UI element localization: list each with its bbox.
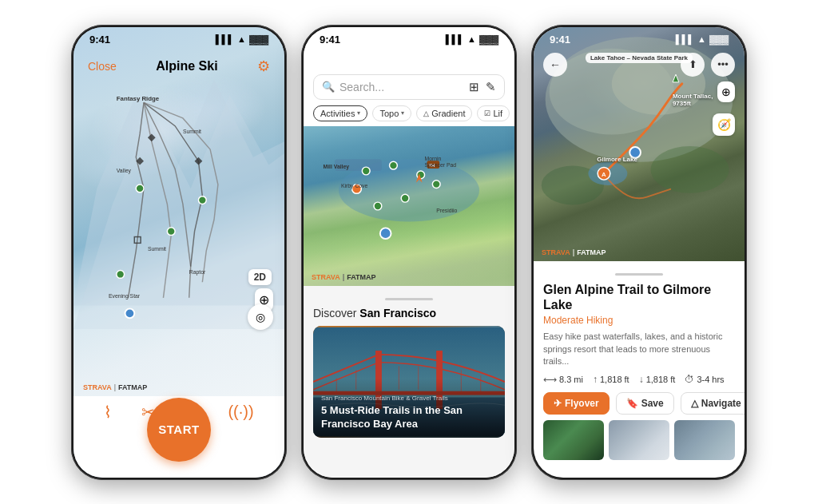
drag-handle[interactable] [385,298,433,300]
svg-point-5 [117,270,125,278]
svg-point-27 [380,228,391,239]
activities-filter[interactable]: Activities ▾ [313,105,367,121]
screenshot-container: 9:41 ▌▌▌ ▲ ▓▓▓ Close Alpine Ski ⚙ [0,0,818,504]
search-input[interactable]: Search... [340,81,464,93]
time-value: 3-4 hrs [697,375,724,384]
logo-divider-3: | [573,248,575,256]
lake-label: Gilmore Lake [597,156,637,163]
close-button[interactable]: Close [88,60,117,73]
gear-icon[interactable]: ⚙ [257,58,270,75]
svg-point-3 [167,227,175,235]
svg-text:A: A [602,171,606,178]
edit-icon[interactable]: ✎ [486,80,496,94]
save-label: Save [641,398,664,409]
navigate-icon: △ [691,398,698,409]
ski-map-background: Fantasy Ridge Summit Summit Valley Eveni… [73,27,284,396]
strava-label-1: STRAVA [83,383,112,391]
location-button[interactable]: ◎ [248,304,273,330]
strava-label-3: STRAVA [542,248,570,256]
svg-point-2 [136,185,144,192]
ski-trails-svg: Fantasy Ridge Summit Summit Valley Eveni… [73,27,284,396]
status-bar-2: 9:41 ▌▌▌ ▲ ▓▓▓ [304,27,514,49]
phone1-header: Close Alpine Ski ⚙ [73,27,284,81]
logo-divider-2: | [343,273,345,281]
route-icon[interactable]: ⌇ [104,403,112,422]
phone3-map[interactable]: A Mount Tallac, 9735ft Gilmore Lake STRA… [534,27,745,261]
strava-fatmap-logo-2: STRAVA | FATMAP [312,273,376,281]
peak-label: Mount Tallac, 9735ft [673,93,713,107]
svg-text:Evening Star: Evening Star [109,292,141,299]
stat-elevation-gain: ↑ 1,818 ft [593,374,629,385]
layers-button-2[interactable]: ⊕ [717,81,735,102]
flyover-button[interactable]: ✈ Flyover [543,392,610,415]
trail-type: Moderate Hiking [543,315,735,326]
trail-stats: ⟷ 8.3 mi ↑ 1,818 ft ↓ 1,818 ft ⏱ 3-4 hrs [543,374,735,385]
status-icons-3: ▌▌▌ ▲ ▓▓▓ [676,34,729,44]
svg-point-4 [198,196,206,204]
back-button[interactable]: ← [543,53,567,77]
svg-text:Spencer Pad: Spencer Pad [425,162,457,169]
fatmap-label-1: FATMAP [118,383,147,391]
status-time-2: 9:41 [320,34,340,46]
fatmap-label-3: FATMAP [577,248,606,256]
svg-text:Valley: Valley [117,168,132,174]
distance-value: 8.3 mi [559,375,583,384]
gradient-filter[interactable]: △ Gradient [416,105,472,121]
compass-button[interactable]: 🧭 [713,113,735,136]
phone1-bottom-controls: ⌇ ✂ ♡ ((·)) START [73,396,284,478]
filter-row: Activities ▾ Topo ▾ △ Gradient ☑ Lif [313,105,505,121]
svg-point-23 [401,194,409,202]
flyover-icon: ✈ [554,398,562,409]
discover-heading: Discover San Francisco [313,307,505,319]
phone-alpine-ski: 9:41 ▌▌▌ ▲ ▓▓▓ Close Alpine Ski ⚙ [71,25,287,480]
search-bar[interactable]: 🔍 Search... ⊞ ✎ [313,74,505,100]
card-subtitle: San Francisco Mountain Bike & Gravel Tra… [321,395,497,402]
wifi-icon-2: ▲ [467,34,476,44]
navigate-label: Navigate [701,398,741,409]
drag-handle-3[interactable] [615,273,663,276]
search-right-icons: ⊞ ✎ [469,80,496,94]
svg-text:Raptor: Raptor [189,269,206,276]
sf-map-svg: TH Mill Valley Mornin Spencer Pad Kirby … [304,126,514,286]
fatmap-label-2: FATMAP [347,273,375,281]
trail-card[interactable]: San Francisco Mountain Bike & Gravel Tra… [313,326,505,438]
navigate-button[interactable]: △ Navigate [681,392,745,415]
trail-thumb-3[interactable] [674,420,735,460]
ski-map[interactable]: Fantasy Ridge Summit Summit Valley Eveni… [73,27,284,396]
save-button[interactable]: 🔖 Save [616,392,674,415]
signal-icon-3: ▌▌▌ [676,34,694,44]
location-badge: Lake Tahoe – Nevada State Park [586,53,693,63]
badge-2d[interactable]: 2D [248,269,272,285]
svg-text:Fantasy Ridge: Fantasy Ridge [117,95,160,102]
loss-value: 1,818 ft [646,375,676,384]
search-icon: 🔍 [322,81,335,93]
wifi-signal-icon[interactable]: ((·)) [228,403,253,422]
strava-fatmap-logo-1: STRAVA | FATMAP [83,383,147,391]
svg-point-51 [651,146,729,193]
status-bar-3: 9:41 ▌▌▌ ▲ ▓▓▓ [534,27,745,49]
elevation-loss-icon: ↓ [639,374,644,385]
strava-label-2: STRAVA [312,273,340,281]
stat-time: ⏱ 3-4 hrs [685,374,724,385]
wifi-icon-3: ▲ [697,34,706,44]
svg-point-24 [374,202,382,210]
sf-map[interactable]: TH Mill Valley Mornin Spencer Pad Kirby … [304,126,514,286]
flyover-label: Flyover [565,398,599,409]
discover-prefix: Discover [313,307,359,319]
layers-icon[interactable]: ⊞ [469,80,479,94]
svg-point-19 [362,167,370,175]
phone-san-francisco: 9:41 ▌▌▌ ▲ ▓▓▓ 🔍 Search... ⊞ ✎ [301,25,517,480]
trail-thumb-1[interactable] [543,420,604,460]
svg-text:Summit: Summit [183,129,201,134]
phone2-header: 🔍 Search... ⊞ ✎ Activities ▾ Topo ▾ [304,49,514,126]
topo-filter[interactable]: Topo ▾ [372,105,411,121]
layers-filter[interactable]: ☑ Lif [477,105,510,121]
phone-glen-alpine: 9:41 ▌▌▌ ▲ ▓▓▓ [531,25,747,480]
start-button[interactable]: START [147,398,211,462]
trail-thumb-2[interactable] [609,420,669,460]
more-button[interactable]: ••• [711,53,735,77]
logo-divider-1: | [114,383,116,391]
status-icons-2: ▌▌▌ ▲ ▓▓▓ [446,34,498,44]
discover-city: San Francisco [359,307,436,319]
svg-text:Presidiio: Presidiio [436,207,457,212]
